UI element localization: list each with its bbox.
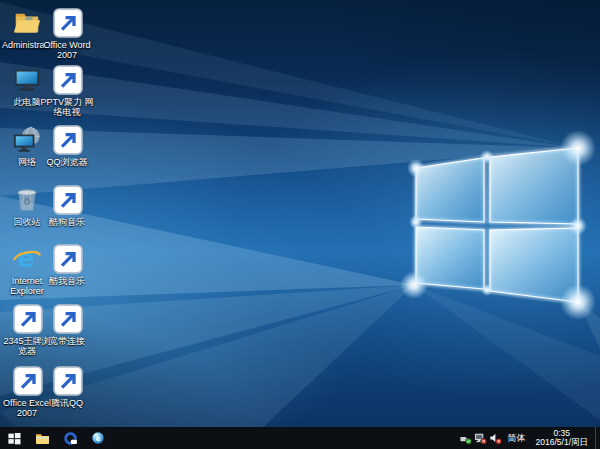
shortcut-arrow-icon [53, 185, 83, 215]
desktop-icon-kugou-music[interactable]: K 酷狗音乐 [40, 185, 94, 227]
computer-monitor-icon [12, 65, 42, 95]
show-desktop-button[interactable] [595, 427, 600, 449]
input-method-indicator[interactable]: 简体 [503, 427, 531, 449]
shortcut-arrow-icon [53, 125, 83, 155]
excel-spreadsheet-icon: X [12, 366, 42, 396]
volume-muted-icon[interactable] [488, 427, 503, 449]
taskbar-clock[interactable]: 0:35 2016/5/1/周日 [531, 429, 595, 448]
shortcut-arrow-icon [53, 304, 83, 334]
desktop-icon-label: PPTV聚力 网 络电视 [40, 97, 94, 117]
shortcut-arrow-icon [13, 304, 43, 334]
shortcut-arrow-icon [53, 244, 83, 274]
qq-browser-ring-cloud-icon [63, 431, 78, 446]
qq-penguin-icon [52, 366, 82, 396]
desktop-icon-broadband-connection[interactable]: 宽带连接 [40, 304, 94, 346]
pptv-icon [52, 65, 82, 95]
start-button[interactable] [0, 427, 28, 449]
desktop-icon-label: 腾讯QQ [40, 398, 94, 408]
desktop-icon-tencent-qq[interactable]: 腾讯QQ [40, 366, 94, 408]
start-icon [8, 432, 21, 445]
blue-sphere-e-icon: e [12, 304, 42, 334]
svg-text:♻: ♻ [23, 196, 31, 207]
desktop-icon-label: QQ浏览器 [40, 157, 94, 167]
taskbar-qq-browser-button[interactable] [56, 427, 84, 449]
usb-safely-remove-icon[interactable] [458, 427, 473, 449]
network-globe-icon [12, 125, 42, 155]
taskbar: e [0, 427, 600, 449]
desktop-icon-qq-browser[interactable]: QQ浏览器 [40, 125, 94, 167]
user-folder-icon [12, 8, 42, 38]
qq-browser-ring-cloud-icon [52, 125, 82, 155]
shortcut-arrow-icon [13, 366, 43, 396]
blue-sphere-e-icon: e [91, 431, 105, 445]
desktop-icon-kuwo-music[interactable]: ♪ ♪ K 酷我音乐 [40, 244, 94, 286]
word-document-icon: W [52, 8, 82, 38]
desktop-icon-label: 酷我音乐 [40, 276, 94, 286]
kugou-k-circle-icon: K [52, 185, 82, 215]
svg-text:e: e [17, 244, 34, 273]
desktop-icon-label: Office Word 2007 [40, 40, 94, 60]
broadband-monitors-icon [52, 304, 82, 334]
svg-text:e: e [96, 435, 101, 443]
file-explorer-folder-icon [35, 432, 50, 445]
shortcut-arrow-icon [53, 366, 83, 396]
kuwo-music-box-icon: ♪ ♪ K [52, 244, 82, 274]
system-tray: 简体 0:35 2016/5/1/周日 [458, 427, 600, 449]
desktop-icon-pptv[interactable]: PPTV聚力 网 络电视 [40, 65, 94, 117]
taskbar-file-explorer-button[interactable] [28, 427, 56, 449]
desktop-icon-label: 酷狗音乐 [40, 217, 94, 227]
taskbar-2345-browser-button[interactable]: e [84, 427, 112, 449]
clock-date: 2016/5/1/周日 [536, 438, 588, 448]
network-disconnected-icon[interactable] [473, 427, 488, 449]
shortcut-arrow-icon [53, 8, 83, 38]
desktop-icon-label: 宽带连接 [40, 336, 94, 346]
ie-blue-e-icon: e [12, 244, 42, 274]
desktop-icon-office-word[interactable]: W Office Word 2007 [40, 8, 94, 60]
recycle-bin-icon: ♻ [12, 185, 42, 215]
shortcut-arrow-icon [53, 65, 83, 95]
windows-desktop: Administra... W Office Word 2007 此电脑 [0, 0, 600, 449]
